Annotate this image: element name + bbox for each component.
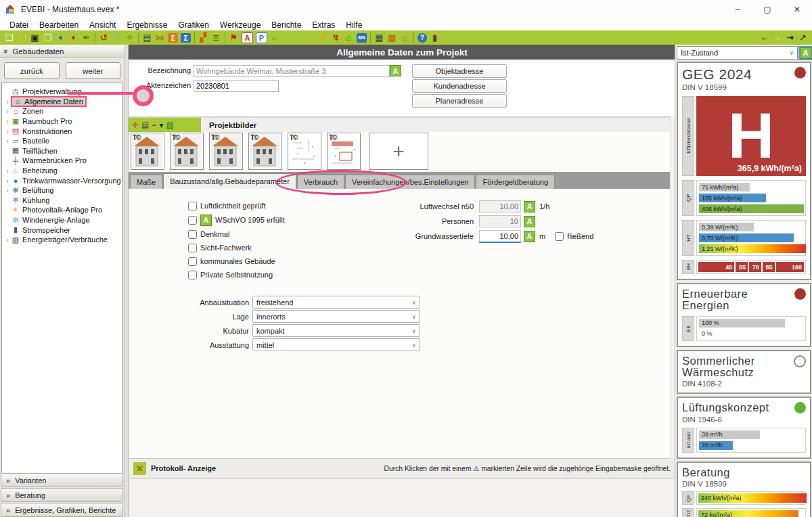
redo-icon[interactable]: ↻ [110, 32, 123, 43]
tree-item-photovoltaik[interactable]: ☀Photovoltaik-Anlage Pro [4, 205, 122, 215]
next-button[interactable]: weiter [66, 62, 121, 79]
tree-item-kuehlung[interactable]: ❄Kühlung [4, 196, 122, 206]
add-image-button[interactable]: + [369, 133, 428, 170]
section-ergebnisse[interactable]: »Ergebnisse, Grafiken, Berichte [1, 503, 123, 517]
maximize-button[interactable]: ▢ [752, 0, 782, 19]
checkbox-luftdichtheit[interactable]: Luftdichtheit geprüft [188, 199, 285, 212]
tree-item-waermebruecken[interactable]: ╪Wärmebrücken Pro [4, 156, 122, 166]
sichtfachwerk-checkbox[interactable] [188, 244, 197, 252]
state-select[interactable]: Ist-Zustand∨ [677, 46, 798, 60]
luftwechsel-input[interactable] [479, 200, 521, 212]
wizard-icon[interactable]: ✧ [123, 32, 136, 43]
menu-datei[interactable]: Datei [4, 20, 34, 30]
copy-icon[interactable]: ❐ [41, 32, 54, 43]
bezeichnung-input[interactable] [194, 65, 390, 77]
sommer-card[interactable]: Sommerlicher Wärmeschutz DIN 4108-2 [677, 350, 811, 395]
checkbox-sichtfachwerk[interactable]: Sicht-Fachwerk [188, 241, 285, 254]
bolt-icon[interactable]: ↯ [330, 32, 342, 43]
project-photo-thumbnail[interactable]: T© [170, 133, 204, 170]
tree-item-raumbuch[interactable]: ›▣Raumbuch Pro [4, 116, 122, 127]
close-button[interactable]: ✕ [782, 0, 812, 19]
tree-item-trinkwarmwasser[interactable]: ›●Trinkwarmwasser-Versorgung [4, 175, 122, 185]
forward-icon[interactable]: → [771, 32, 784, 43]
menu-hilfe[interactable]: Hilfe [340, 20, 367, 30]
open-folder-icon[interactable]: ❒ [16, 32, 28, 43]
minimize-button[interactable]: – [723, 0, 752, 19]
checkbox-kommunal[interactable]: kommunales Gebäude [188, 254, 285, 268]
menu-werkzeuge[interactable]: Werkzeuge [215, 20, 266, 30]
objektadresse-button[interactable]: Objektadresse [412, 64, 507, 78]
import-icon[interactable]: ➧ [54, 32, 67, 43]
luftdichtheit-checkbox[interactable] [188, 202, 197, 210]
fliessend-checkbox[interactable] [555, 232, 564, 241]
p-badge-icon[interactable]: P [256, 32, 267, 43]
kubatur-select[interactable]: kompakt∨ [252, 324, 420, 337]
export-image-icon[interactable]: ▧ [166, 120, 173, 130]
project-photo-thumbnail[interactable]: T© [248, 133, 282, 170]
menu-bearbeiten[interactable]: Bearbeiten [34, 20, 84, 30]
back-button[interactable]: zurück [4, 62, 60, 79]
menu-extras[interactable]: Extras [307, 20, 340, 30]
project-plan-thumbnail[interactable]: T© [288, 133, 321, 170]
checkbox-selbstnutzung[interactable]: Private Selbstnutzung [188, 268, 285, 282]
sum-blue-icon[interactable]: Σ [181, 33, 191, 43]
save-icon[interactable]: ▣ [28, 32, 41, 43]
menu-berichte[interactable]: Berichte [266, 20, 307, 30]
eco-house-icon[interactable]: ⌂ [342, 32, 355, 43]
paste-image-icon[interactable]: ▤ [141, 120, 149, 130]
checkbox-denkmal[interactable]: Denkmal [188, 227, 285, 241]
tree-item-beheizung[interactable]: ›♨Beheizung [4, 166, 122, 176]
menu-ansicht[interactable]: Ansicht [84, 20, 121, 30]
kundenadresse-button[interactable]: Kundenadresse [412, 79, 507, 93]
report-calc-icon[interactable]: ▦ [373, 32, 386, 43]
tree-item-belueftung[interactable]: ›❋Belüftung [4, 185, 122, 196]
tree-item-konstruktionen[interactable]: ›▤Konstruktionen [4, 126, 122, 136]
back-icon[interactable]: ← [758, 32, 771, 43]
new-file-icon[interactable]: ❏ [3, 32, 16, 43]
ausstattung-select[interactable]: mittel∨ [252, 338, 420, 351]
add-image-icon[interactable]: ✛ [132, 120, 139, 130]
exit-door-icon[interactable]: ▮ [428, 32, 441, 43]
undo-icon[interactable]: ↺ [97, 32, 110, 43]
lage-select[interactable]: innerorts∨ [252, 310, 420, 323]
tree-item-stromspeicher[interactable]: ▮Stromspeicher [4, 225, 122, 235]
tree-item-teilflaechen[interactable]: ▦Teilflächen [4, 146, 122, 156]
goto-end-icon[interactable]: ⇥ [784, 32, 796, 43]
wschvo-checkbox[interactable] [188, 216, 197, 225]
tree-item-bauteile[interactable]: ›▱Bauteile [4, 136, 122, 146]
sun-icon[interactable]: ☀ [317, 32, 330, 43]
a-badge-icon[interactable]: A [242, 32, 253, 43]
planeradresse-button[interactable]: Planeradresse [412, 94, 507, 108]
section-varianten[interactable]: »Varianten [1, 473, 123, 487]
project-photo-thumbnail[interactable]: T© [131, 133, 164, 170]
section-beratung[interactable]: »Beratung [1, 488, 123, 502]
menu-grafiken[interactable]: Grafiken [173, 20, 214, 30]
beratung-card[interactable]: Beratung DIN V 18599 QF 240 kWh/(m²a) CO… [677, 462, 811, 517]
project-photo-thumbnail[interactable]: T© [209, 133, 243, 170]
tree-item-allgemeine-daten[interactable]: ›⌂Allgemeine Daten [4, 97, 122, 107]
tree-item-zonen[interactable]: ›⌂Zonen [4, 106, 122, 116]
merge-icon[interactable]: ⋈ [154, 32, 166, 43]
tree-item-energietraeger[interactable]: ›▥Energieträger/Verbräuche [4, 235, 122, 245]
tree-item-windenergie[interactable]: ❊Windenergie-Anlage [4, 215, 122, 225]
list-icon[interactable]: ≣ [210, 32, 223, 43]
chart-icon[interactable]: ↗ [796, 32, 809, 43]
kommunal-checkbox[interactable] [188, 257, 197, 266]
aktenzeichen-input[interactable] [194, 80, 279, 92]
help-icon[interactable]: ? [418, 33, 427, 43]
report-color-icon[interactable]: ▩ [386, 32, 399, 43]
sidebar-header[interactable]: » Gebäudedaten [0, 45, 125, 58]
dropdown-arrow-icon[interactable]: ▾ [159, 120, 163, 130]
checkbox-wschvo[interactable]: AWSchVO 1995 erfüllt [188, 212, 285, 227]
tab-foerdergeld[interactable]: Fördergeldberatung [476, 175, 555, 189]
menu-ergebnisse[interactable]: Ergebnisse [121, 20, 173, 30]
geg-card[interactable]: GEG 2024 DIN V 18599 Effizienzklasse H 3… [677, 62, 811, 280]
grundwassertiefe-input[interactable] [479, 230, 521, 243]
project-plan-thumbnail[interactable]: T© [327, 133, 361, 170]
tab-masse[interactable]: Maße [130, 175, 162, 189]
anbausituation-select[interactable]: freistehend∨ [252, 296, 420, 309]
denkmal-checkbox[interactable] [188, 230, 197, 239]
arrow-left-icon[interactable]: ← [269, 32, 281, 43]
demo-icon[interactable]: ✒ [80, 32, 93, 43]
erneuerbare-card[interactable]: Erneuerbare Energien EE 100 % 0 % [677, 283, 811, 347]
